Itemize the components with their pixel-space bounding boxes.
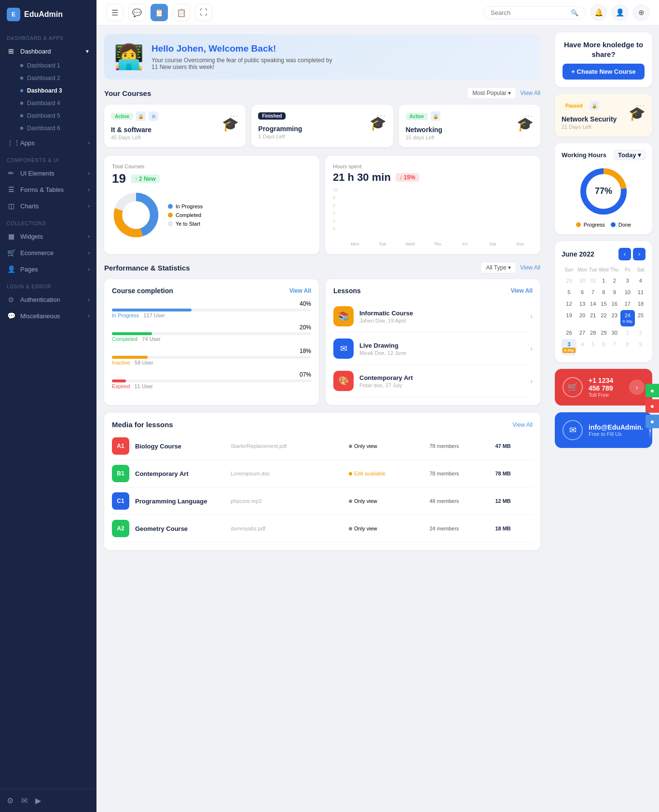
cal-day[interactable]: 5 [588, 339, 598, 355]
sidebar-item-pages[interactable]: 👤 Pages › [0, 261, 96, 277]
cal-day[interactable]: 2 [610, 275, 619, 286]
cal-day[interactable]: 7 [588, 287, 598, 298]
sidebar-sub-dashboard2[interactable]: Dashboard 2 [15, 72, 96, 84]
settings-icon[interactable]: ⚙ [7, 796, 14, 805]
sidebar-sub-dashboard6[interactable]: Dashboard 6 [15, 122, 96, 135]
lesson-item-2[interactable]: ✉ Live Drawing Micak Doe, 12 June › [333, 333, 533, 365]
sidebar-item-miscellaneous[interactable]: 💬 Miscellaneous › [0, 308, 96, 324]
working-hours-filter[interactable]: Today ▾ [614, 150, 645, 160]
cal-day[interactable]: 5 [562, 287, 577, 298]
cal-day[interactable]: 6 [577, 287, 587, 298]
cal-day[interactable]: 3 [620, 275, 635, 286]
card-menu-icon[interactable]: ··· [377, 111, 386, 120]
cal-day[interactable]: 12 [562, 298, 577, 309]
cal-day[interactable]: 31 [588, 275, 598, 286]
sidebar-item-apps[interactable]: ⋮⋮ Apps › [0, 135, 96, 151]
tab-tasks-button[interactable]: 📋 [151, 4, 168, 21]
cal-day[interactable]: 9 [610, 287, 619, 298]
lesson-item-3[interactable]: 🎨 Contemporary Art Potar doe, 27 July › [333, 365, 533, 397]
more-button[interactable]: ⊕ [633, 4, 649, 21]
sidebar-item-forms-tables[interactable]: ☰ Forms & Tables › [0, 181, 96, 198]
media-view-all[interactable]: View All [512, 421, 533, 428]
cal-day[interactable]: 8 [620, 339, 635, 355]
sidebar-item-charts[interactable]: ◫ Charts › [0, 198, 96, 214]
card-menu-icon[interactable]: ··· [636, 101, 645, 110]
cal-day[interactable]: 10 [620, 287, 635, 298]
tab-docs-button[interactable]: 📋 [173, 4, 190, 21]
cal-day[interactable]: 30 [577, 275, 587, 286]
cal-day-today[interactable]: 246:36p [620, 310, 635, 326]
cal-day[interactable]: 22 [599, 310, 608, 326]
perf-filter[interactable]: All Type ▾ [481, 262, 516, 273]
sidebar-item-authentication[interactable]: ⊙ Authentication › [0, 291, 96, 308]
cal-day[interactable]: 15 [599, 298, 608, 309]
float-red-button[interactable]: ● [645, 399, 659, 413]
sidebar-item-widgets[interactable]: ▦ Widgets › [0, 228, 96, 244]
card-menu-icon[interactable]: ··· [524, 112, 534, 121]
cal-day[interactable]: 14 [588, 298, 598, 309]
cal-day[interactable]: 1 [599, 275, 608, 286]
cal-day[interactable]: 19 [562, 310, 577, 326]
auth-icon: ⊙ [7, 296, 15, 303]
cal-day[interactable]: 6 [599, 339, 608, 355]
cal-day[interactable]: 4 [577, 339, 587, 355]
hamburger-button[interactable]: ☰ [106, 4, 124, 21]
working-hours-legend: Progress Done [576, 222, 631, 228]
cal-day[interactable]: 17 [620, 298, 635, 309]
float-blue-button[interactable]: ● [645, 415, 659, 428]
cal-label-mon: Mon [577, 265, 587, 274]
cal-day[interactable]: 18 [636, 298, 645, 309]
cal-day[interactable]: 30 [610, 327, 619, 338]
cal-day[interactable]: 4 [636, 275, 645, 286]
cal-day[interactable]: 8 [599, 287, 608, 298]
calendar-next-button[interactable]: › [633, 248, 645, 260]
perf-view-all[interactable]: View All [520, 264, 540, 271]
play-icon[interactable]: ▶ [35, 796, 41, 805]
dashboard-icon: ⊞ [7, 47, 15, 55]
courses-view-all[interactable]: View All [520, 90, 540, 96]
cal-day[interactable]: 20 [577, 310, 587, 326]
cal-day[interactable]: 23 [610, 310, 619, 326]
media-name-2: Contemporary Art [135, 470, 225, 477]
mail-icon[interactable]: ✉ [21, 796, 27, 805]
sidebar-sub-dashboard3[interactable]: Dashboard 3 [15, 84, 96, 97]
courses-filter[interactable]: Most Popular ▾ [467, 87, 516, 99]
sidebar-sub-dashboard5[interactable]: Dashboard 5 [15, 109, 96, 122]
cal-day[interactable]: 29 [562, 275, 577, 286]
sidebar-item-dashboard[interactable]: ⊞ Dashboard ▼ [0, 43, 96, 59]
sidebar-item-ecommerce[interactable]: 🛒 Ecommerce › [0, 244, 96, 261]
search-input[interactable] [491, 9, 568, 16]
contact-phone-action[interactable]: › [629, 379, 645, 395]
cal-day[interactable]: 1 [620, 327, 635, 338]
cal-day[interactable]: 28 [588, 327, 598, 338]
fullscreen-button[interactable]: ⛶ [195, 4, 212, 21]
create-course-button[interactable]: + Cheate New Course [563, 64, 645, 80]
cal-day[interactable]: 13 [577, 298, 587, 309]
sidebar-item-ui-elements[interactable]: ✏ UI Elements › [0, 165, 96, 181]
cal-day[interactable]: 26 [562, 327, 577, 338]
welcome-banner: 👩‍💻 Hello Johen, Welcome Back! Your cour… [104, 34, 540, 80]
card-menu-icon[interactable]: ··· [230, 112, 239, 121]
tab-chat-button[interactable]: 💬 [128, 4, 146, 21]
lessons-view-all[interactable]: View All [511, 287, 533, 294]
sidebar-sub-dashboard1[interactable]: Dashboard 1 [15, 59, 96, 72]
lock-icon: 🔒 [590, 101, 599, 110]
cal-day[interactable]: 21 [588, 310, 598, 326]
calendar-prev-button[interactable]: ‹ [618, 248, 631, 260]
lesson-arrow-icon: › [530, 312, 533, 320]
float-green-button[interactable]: ● [645, 384, 659, 397]
cal-day[interactable]: 16 [610, 298, 619, 309]
cal-day[interactable]: 7 [610, 339, 619, 355]
cal-day[interactable]: 9 [636, 339, 645, 355]
lesson-item-1[interactable]: 📚 Informatic Course Johen Doe, 19 April … [333, 300, 533, 333]
cal-day[interactable]: 27 [577, 327, 587, 338]
cal-day[interactable]: 11 [636, 287, 645, 298]
cal-day[interactable]: 38:36p [562, 339, 577, 355]
profile-button[interactable]: 👤 [612, 4, 628, 21]
cal-day[interactable]: 2 [636, 327, 645, 338]
cal-day[interactable]: 25 [636, 310, 645, 326]
completion-view-all[interactable]: View All [289, 287, 311, 294]
notifications-button[interactable]: 🔔 [590, 4, 607, 21]
sidebar-sub-dashboard4[interactable]: Dashboard 4 [15, 97, 96, 109]
cal-day[interactable]: 29 [599, 327, 608, 338]
